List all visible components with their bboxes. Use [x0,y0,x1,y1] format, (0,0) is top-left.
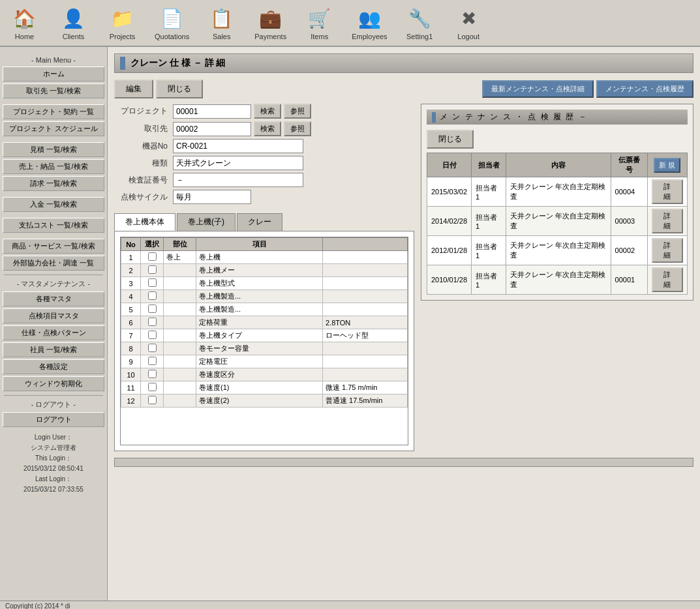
items-scroll[interactable]: No 選択 部位 項目 1巻上巻上機2巻上機メー3巻上機型式4巻上機製造...5… [120,237,408,445]
sidebar-btn-goods[interactable]: 商品・サービス 一覧/検索 [3,239,104,254]
row-checkbox[interactable] [148,318,157,326]
nav-setting1[interactable]: 🔧 Setting1 [395,3,444,43]
project-input[interactable] [173,104,251,119]
sidebar-btn-settings[interactable]: 各種設定 [3,359,104,374]
setting1-icon: 🔧 [406,5,433,31]
maint-close-button[interactable]: 閉じる [427,130,474,149]
sidebar-btn-estimate[interactable]: 見積 一覧/検索 [3,142,104,157]
row-checkbox[interactable] [148,331,157,339]
cell-item: 巻上機製造... [196,290,323,303]
cell-checkbox[interactable] [141,329,164,342]
maint-detail-button[interactable]: 詳 細 [652,209,683,233]
nav-payments[interactable]: 💼 Payments [246,3,295,43]
cell-buhi [164,381,196,394]
edit-button[interactable]: 編集 [114,80,153,98]
maint-col-action: 新 規 [647,153,687,177]
row-checkbox[interactable] [148,370,157,378]
maint-history-button[interactable]: メンテナンス・点検履歴 [596,80,693,98]
maint-detail-button[interactable]: 詳 細 [652,267,683,292]
cell-checkbox[interactable] [141,251,164,264]
cell-checkbox[interactable] [141,303,164,316]
cell-checkbox[interactable] [141,381,164,394]
cell-checkbox[interactable] [141,394,164,408]
tab-crane[interactable]: クレー [237,213,282,231]
maint-cell-date: 2015/03/02 [427,177,472,207]
project-ref-button[interactable]: 参照 [284,104,311,119]
maint-cell-person: 担当者 1 [472,265,506,295]
sidebar-btn-partner[interactable]: 外部協力会社・調達 一覧 [3,256,104,271]
nav-home[interactable]: 🏠 Home [0,3,49,43]
cell-checkbox[interactable] [141,342,164,355]
cycle-input[interactable] [173,190,251,204]
project-search-button[interactable]: 検索 [254,104,281,119]
cell-checkbox[interactable] [141,355,164,368]
cell-checkbox[interactable] [141,368,164,381]
nav-projects-label: Projects [110,33,136,40]
nav-quotations[interactable]: 📄 Quotations [147,3,197,43]
items-icon: 🛒 [307,5,333,31]
cell-buhi [164,329,196,342]
row-checkbox[interactable] [148,304,157,313]
form-section: プロジェクト 検索 参照 取引先 検索 参照 機器N [114,104,693,451]
sidebar-btn-sales[interactable]: 売上・納品 一覧/検索 [3,159,104,174]
row-checkbox[interactable] [148,344,157,352]
maint-new-button[interactable]: 新 規 [654,158,680,173]
sidebar-btn-master[interactable]: 各種マスタ [3,291,104,306]
row-checkbox[interactable] [148,291,157,300]
type-input[interactable] [173,156,303,170]
tab-main-body[interactable]: 巻上機本体 [114,213,175,231]
nav-items[interactable]: 🛒 Items [295,3,344,43]
nav-logout[interactable]: ✖ Logout [444,3,493,43]
project-row: プロジェクト 検索 参照 [114,104,414,119]
maint-cell-action[interactable]: 詳 細 [647,236,687,265]
sidebar-btn-logout[interactable]: ログアウト [3,412,104,427]
maint-cell-action[interactable]: 詳 細 [647,265,687,295]
cell-checkbox[interactable] [141,316,164,329]
row-checkbox[interactable] [148,252,157,261]
client-search-button[interactable]: 検索 [254,121,281,136]
copyright-text: Copyright (c) 2014 * di [5,602,70,609]
maint-cell-slip: 00004 [611,177,647,207]
row-checkbox[interactable] [148,265,157,274]
cell-checkbox[interactable] [141,290,164,303]
cell-buhi: 巻上 [164,251,196,264]
sidebar-btn-home[interactable]: ホーム [3,67,104,82]
maint-detail-button[interactable]: 詳 細 [652,179,683,204]
h-scrollbar[interactable] [114,458,693,467]
sidebar-btn-init[interactable]: ウィンドウ初期化 [3,376,104,391]
nav-projects[interactable]: 📁 Projects [98,3,147,43]
sidebar-btn-pattern[interactable]: 仕様・点検パターン [3,325,104,340]
close-button[interactable]: 閉じる [156,80,203,98]
row-checkbox[interactable] [148,357,157,365]
sidebar-btn-cost[interactable]: 支払コスト 一覧/検索 [3,218,104,233]
maint-cell-content: 天井クレーン 年次自主定期検査 [506,177,611,207]
client-input[interactable] [173,122,251,136]
sidebar-btn-staff[interactable]: 社員 一覧/検索 [3,342,104,357]
cell-no: 7 [121,329,141,342]
client-ref-button[interactable]: 参照 [284,121,311,136]
tab-child[interactable]: 巻上機(子) [177,213,236,231]
row-checkbox[interactable] [148,383,157,391]
sidebar-btn-payment[interactable]: 入金 一覧/検索 [3,197,104,212]
logout-icon: ✖ [455,5,481,31]
maint-detail-button[interactable]: 詳 細 [652,238,683,263]
machine-no-input[interactable] [173,139,303,153]
cell-checkbox[interactable] [141,264,164,277]
nav-clients[interactable]: 👤 Clients [49,3,98,43]
sidebar-btn-projects[interactable]: プロジェクト・契約 一覧 [3,104,104,119]
cell-checkbox[interactable] [141,277,164,290]
row-checkbox[interactable] [148,396,157,404]
maint-cell-action[interactable]: 詳 細 [647,207,687,236]
cell-no: 12 [121,394,141,408]
sidebar-btn-inspection[interactable]: 点検項目マスタ [3,308,104,323]
sidebar-btn-invoice[interactable]: 請求 一覧/検索 [3,176,104,191]
row-checkbox[interactable] [148,278,157,287]
inspector-input[interactable] [173,173,303,187]
sidebar-btn-schedule[interactable]: プロジェクト スケジュール [3,121,104,136]
table-row: 12巻速度(2)普通速 17.5m/min [121,394,408,408]
nav-employees[interactable]: 👥 Employees [344,3,395,43]
maint-cell-action[interactable]: 詳 細 [647,177,687,207]
latest-maint-button[interactable]: 最新メンテナンス・点検詳細 [482,80,594,98]
sidebar-btn-clients[interactable]: 取引先 一覧/検索 [3,83,104,98]
nav-sales[interactable]: 📋 Sales [197,3,246,43]
